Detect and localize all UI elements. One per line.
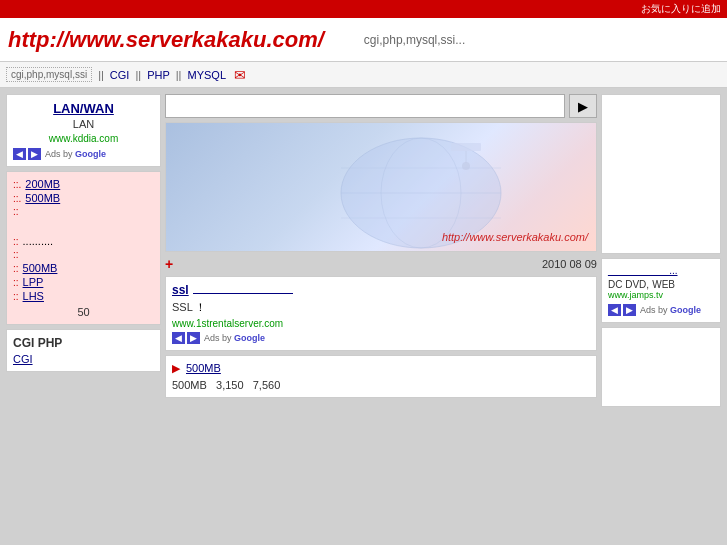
search-input[interactable] bbox=[165, 94, 565, 118]
nav-bar: cgi,php,mysql,ssi || CGI || PHP || MYSQL… bbox=[0, 62, 727, 88]
mb500-section: ▶ 500MB 500MB 3,150 7,560 bbox=[165, 355, 597, 398]
list-item: :: 500MB bbox=[13, 262, 154, 274]
ssl-ads-by-google: Ads by Google bbox=[204, 333, 265, 343]
mb500-link[interactable]: 500MB bbox=[186, 362, 221, 374]
list-item: :: bbox=[13, 206, 154, 217]
item-link-lhs[interactable]: LHS bbox=[23, 290, 44, 302]
google-ads-bar: ◀ ▶ Ads by Google bbox=[13, 148, 154, 160]
nav-sep-2: || bbox=[135, 69, 141, 81]
center-content: ▶ http://www.serverkakaku.com/ + 2010 08… bbox=[165, 94, 597, 545]
list-item: :: .......... bbox=[13, 235, 154, 247]
bullet-icon: :: bbox=[13, 263, 19, 274]
right-ads-prev-btn[interactable]: ◀ bbox=[608, 304, 621, 316]
bullet-icon: :: bbox=[13, 206, 19, 217]
ssl-ads-next-btn[interactable]: ▶ bbox=[187, 332, 200, 344]
list-item: ::. 200MB bbox=[13, 178, 154, 190]
bullet-icon: :: bbox=[13, 277, 19, 288]
ads-url[interactable]: www.kddia.com bbox=[13, 133, 154, 144]
ssl-exclaim: ！ bbox=[195, 301, 206, 313]
banner-date: 2010 08 09 bbox=[542, 258, 597, 270]
site-title[interactable]: http://www.serverkakaku.com/ bbox=[8, 27, 324, 53]
banner-url-text: http://www.serverkakaku.com/ bbox=[442, 231, 588, 243]
bullet-icon: :: bbox=[13, 291, 19, 302]
right-ads-link[interactable]: ___________... bbox=[608, 265, 714, 276]
ssl-url-link[interactable]: www.1strentalserver.com bbox=[172, 318, 590, 329]
cgi-link[interactable]: CGI bbox=[13, 353, 33, 365]
banner-footer: + 2010 08 09 bbox=[165, 256, 597, 272]
mb500-desc1: 500MB bbox=[172, 379, 207, 391]
cgi-php-title: CGI PHP bbox=[13, 336, 154, 350]
item-link-lpp[interactable]: LPP bbox=[23, 276, 44, 288]
ssl-section: ssl SSL ！ www.1strentalserver.com ◀ ▶ Ad… bbox=[165, 276, 597, 351]
nav-sep-1: || bbox=[98, 69, 104, 81]
svg-rect-5 bbox=[451, 143, 481, 151]
right-desc2: WEB bbox=[652, 279, 675, 290]
nav-link-php[interactable]: PHP bbox=[147, 69, 170, 81]
right-desc1: DC DVD, bbox=[608, 279, 649, 290]
right-ads-by-google: Ads by Google bbox=[640, 305, 701, 315]
header-search-hint: cgi,php,mysql,ssi... bbox=[364, 33, 465, 47]
search-row: ▶ bbox=[165, 94, 597, 118]
right-bottom-box bbox=[601, 327, 721, 407]
ssl-link[interactable]: ssl bbox=[172, 283, 189, 297]
lan-wan-link[interactable]: LAN/WAN bbox=[13, 101, 154, 116]
item-dotted: .......... bbox=[23, 235, 54, 247]
list-item-empty bbox=[13, 219, 154, 233]
right-sidebar: ___________... DC DVD, WEB www.jamps.tv … bbox=[601, 94, 721, 545]
mb500-arrow-icon: ▶ bbox=[172, 362, 180, 375]
ssl-title-row: ssl bbox=[172, 283, 590, 297]
ads-by-google-label: Ads by Google bbox=[45, 149, 106, 159]
right-ads-box: ___________... DC DVD, WEB www.jamps.tv … bbox=[601, 258, 721, 323]
ads-box: LAN/WAN LAN www.kddia.com ◀ ▶ Ads by Goo… bbox=[6, 94, 161, 167]
search-button[interactable]: ▶ bbox=[569, 94, 597, 118]
list-item: :: LPP bbox=[13, 276, 154, 288]
bullet-icon: :: bbox=[13, 249, 19, 260]
banner-image: http://www.serverkakaku.com/ bbox=[165, 122, 597, 252]
mb500-title-row: ▶ 500MB bbox=[172, 362, 590, 375]
header: http://www.serverkakaku.com/ cgi,php,mys… bbox=[0, 18, 727, 62]
ads-prev-btn[interactable]: ◀ bbox=[13, 148, 26, 160]
plus-icon: + bbox=[165, 256, 173, 272]
list-item: :: bbox=[13, 249, 154, 260]
list-item: :: LHS bbox=[13, 290, 154, 302]
right-ads-nav: ◀ ▶ Ads by Google bbox=[608, 304, 714, 316]
right-ads-next-btn[interactable]: ▶ bbox=[623, 304, 636, 316]
left-sidebar: LAN/WAN LAN www.kddia.com ◀ ▶ Ads by Goo… bbox=[6, 94, 161, 545]
bullet-icon: ::. bbox=[13, 179, 21, 190]
mb500-num1: 3,150 bbox=[216, 379, 244, 391]
nav-link-mysql[interactable]: MYSQL bbox=[187, 69, 226, 81]
ssl-ads-row: ◀ ▶ Ads by Google bbox=[172, 332, 590, 344]
topbar-text: お気に入りに追加 bbox=[641, 3, 721, 14]
nav-link-cgi[interactable]: CGI bbox=[110, 69, 130, 81]
ads-next-btn[interactable]: ▶ bbox=[28, 148, 41, 160]
ssl-underline bbox=[193, 293, 293, 294]
bullet-icon: :: bbox=[13, 236, 19, 247]
mb500-num2: 7,560 bbox=[253, 379, 281, 391]
top-bar: お気に入りに追加 bbox=[0, 0, 727, 18]
right-ads-url[interactable]: www.jamps.tv bbox=[608, 290, 714, 300]
ssl-desc-row: SSL ！ bbox=[172, 300, 590, 315]
lan-text: LAN bbox=[73, 118, 94, 130]
mb500-numbers-row: 500MB 3,150 7,560 bbox=[172, 379, 590, 391]
svg-point-7 bbox=[462, 162, 470, 170]
list-item: ::. 500MB bbox=[13, 192, 154, 204]
nav-breadcrumb: cgi,php,mysql,ssi bbox=[6, 67, 92, 82]
nav-sep-3: || bbox=[176, 69, 182, 81]
item-link-200mb[interactable]: 200MB bbox=[25, 178, 60, 190]
bullet-icon: ::. bbox=[13, 193, 21, 204]
pink-box: ::. 200MB ::. 500MB :: :: .......... :: … bbox=[6, 171, 161, 325]
item-link-500mb-2[interactable]: 500MB bbox=[23, 262, 58, 274]
right-top-box bbox=[601, 94, 721, 254]
envelope-icon[interactable]: ✉ bbox=[234, 67, 246, 83]
main-layout: LAN/WAN LAN www.kddia.com ◀ ▶ Ads by Goo… bbox=[0, 88, 727, 545]
cgi-php-box: CGI PHP CGI bbox=[6, 329, 161, 372]
item-count: 50 bbox=[13, 306, 154, 318]
ssl-ads-prev-btn[interactable]: ◀ bbox=[172, 332, 185, 344]
item-link-500mb[interactable]: 500MB bbox=[25, 192, 60, 204]
ssl-desc-text: SSL bbox=[172, 301, 192, 313]
